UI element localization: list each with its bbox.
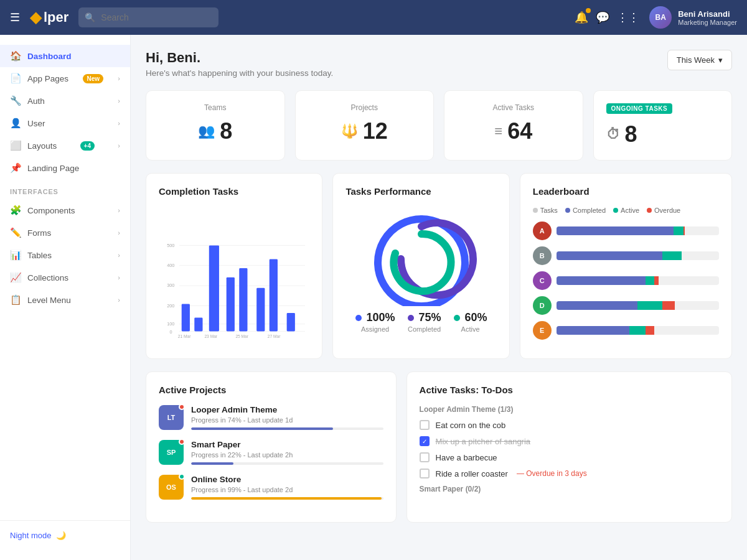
legend-overdue: Overdue [647,207,680,214]
this-week-button[interactable]: This Week ▾ [667,50,732,70]
sidebar-item-dashboard[interactable]: 🏠 Dashboard [0,45,130,67]
lb-completed-1 [557,226,674,235]
legend-overdue-label: Overdue [654,207,680,214]
sidebar-item-landing-page[interactable]: 📌 Landing Page [0,157,130,179]
completed-pct: 75% [419,311,441,324]
task-label-1: Eat corn on the cob [436,421,506,430]
svg-rect-15 [227,278,235,332]
message-icon[interactable]: 💬 [596,11,609,24]
sidebar-item-label: Landing Page [27,164,79,173]
chevron-right-icon: › [118,119,120,127]
project-status-dot-lt [179,404,185,410]
projects-icon: 🔱 [341,123,358,139]
legend-completed-label: Completed [573,207,606,214]
lb-bar-4 [557,301,719,310]
sidebar-item-layouts[interactable]: ⬜ Layouts +4 › [0,134,130,157]
sidebar-item-label: Level Menu [27,296,71,305]
project-meta-sp: Progress in 22% - Last update 2h [191,451,383,459]
legend-active: Active [613,207,639,214]
notification-icon[interactable]: 🔔 [575,11,588,24]
interfaces-section-title: INTERFACES [0,179,130,199]
search-input[interactable] [78,7,218,27]
leaderboard-row: E [533,321,719,340]
hamburger-icon[interactable]: ☰ [10,11,20,24]
project-info-sp: Smart Paper Progress in 22% - Last updat… [191,440,383,465]
svg-rect-12 [182,304,190,331]
stat-card-teams: Teams 👥 8 [146,90,285,161]
sidebar-item-user[interactable]: 👤 User › [0,112,130,134]
project-logo-os: OS [159,475,184,500]
sidebar-item-app-pages[interactable]: 📄 App Pages New › [0,67,130,90]
sidebar: 🏠 Dashboard 📄 App Pages New › 🔧 Auth › 👤… [0,35,131,560]
nav-icons: 🔔 💬 ⋮⋮ [575,11,639,24]
user-text: Beni Arisandi Marketing Manager [678,9,737,26]
sidebar-item-tables[interactable]: 📊 Tables › [0,244,130,266]
night-mode-label: Night mode [10,531,51,540]
project-logo-lt: LT [159,405,184,430]
dashboard-icon: 🏠 [10,50,21,62]
lb-avatar-5: E [533,321,552,340]
svg-text:27 Mar: 27 Mar [268,334,281,338]
night-mode-button[interactable]: Night mode 🌙 [10,531,120,540]
tasks-group-title-2: Smart Paper (0/2) [420,485,719,493]
sidebar-interface-items: 🧩 Components › ✏️ Forms › 📊 Tables › 📈 C… [0,199,130,311]
svg-text:23 Mar: 23 Mar [204,334,217,338]
svg-text:0: 0 [170,329,172,335]
task-checkbox-3[interactable] [420,452,430,462]
svg-text:100: 100 [167,321,174,327]
svg-rect-16 [239,268,247,331]
svg-rect-17 [256,288,265,332]
app-pages-icon: 📄 [10,73,21,84]
donut-svg [365,207,477,306]
logo-icon: ◆ [30,9,41,26]
task-checkbox-2[interactable] [420,436,430,446]
user-info[interactable]: BA Beni Arisandi Marketing Manager [649,6,737,29]
assigned-dot [355,315,362,321]
level-menu-icon: 📋 [10,294,21,306]
search-wrapper: 🔍 [78,7,560,27]
assigned-stat: 100% Assigned [355,311,395,333]
chevron-right-icon: › [118,97,120,105]
lb-active-3 [646,276,654,285]
donut-stats: 100% Assigned 75% Completed [355,311,487,333]
sidebar-item-auth[interactable]: 🔧 Auth › [0,90,130,112]
task-label-2: Mix up a pitcher of sangria [436,437,530,446]
completion-chart-title: Completion Tasks [159,186,309,197]
legend-tasks-label: Tasks [540,207,558,214]
sidebar-item-forms[interactable]: ✏️ Forms › [0,222,130,244]
svg-text:500: 500 [167,243,174,248]
leaderboard-row: C [533,271,719,290]
sidebar-item-label: App Pages [27,74,68,83]
chevron-right-icon: › [118,274,120,281]
task-checkbox-1[interactable] [420,420,430,430]
sidebar-item-label: Dashboard [27,52,72,61]
chevron-right-icon: › [118,229,120,236]
active-tasks-card: Active Tasks: To-Dos Looper Admin Theme … [406,371,732,523]
task-label-4: Ride a roller coaster [436,469,508,478]
chevron-right-icon: › [118,75,120,82]
user-role: Marketing Manager [678,19,737,26]
lb-bar-2 [557,251,719,260]
chevron-right-icon: › [118,251,120,259]
progress-fill-sp [191,462,233,465]
components-icon: 🧩 [10,205,21,216]
sidebar-item-collections[interactable]: 📈 Collections › [0,266,130,289]
active-tasks-title: Active Tasks: To-Dos [420,385,719,395]
task-item-1: Eat corn on the cob [420,420,719,430]
stat-card-active-tasks: Active Tasks ≡ 64 [444,90,583,161]
tasks-performance-title: Tasks Performance [345,186,496,197]
completed-stat: 75% Completed [408,311,441,333]
legend-tasks-dot [533,208,538,213]
svg-text:200: 200 [167,303,174,309]
sidebar-item-components[interactable]: 🧩 Components › [0,199,130,222]
grid-icon[interactable]: ⋮⋮ [617,11,639,24]
bottom-row: Active Projects LT Looper Admin Theme Pr… [146,371,732,523]
project-item-sp: SP Smart Paper Progress in 22% - Last up… [159,440,383,465]
landing-page-icon: 📌 [10,162,21,174]
active-stat: 60% Active [454,311,487,333]
completed-dot [408,315,414,321]
sidebar-item-level-menu[interactable]: 📋 Level Menu › [0,289,130,311]
svg-text:25 Mar: 25 Mar [235,334,248,338]
overdue-label-4: — Overdue in 3 days [517,469,587,478]
task-checkbox-4[interactable] [420,469,430,478]
